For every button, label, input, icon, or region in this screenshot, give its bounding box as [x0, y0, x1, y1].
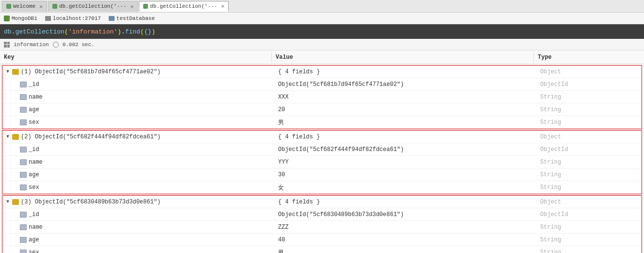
record-1-value: { 4 fields } — [274, 67, 536, 76]
tab-welcome[interactable]: Welcome ✕ — [2, 1, 47, 12]
tab-icon — [6, 4, 11, 9]
field-age-label: age — [29, 171, 39, 178]
field-sex-value: 女 — [274, 183, 536, 193]
grid-icon — [4, 42, 10, 48]
object-icon — [12, 134, 19, 140]
record-3-field-age: age 40 String — [2, 234, 642, 246]
server-name: MongoDB1 — [12, 16, 37, 21]
record-3-type: Object — [536, 198, 642, 206]
field-icon — [20, 250, 27, 253]
field-sex-type: String — [536, 248, 642, 253]
field-icon — [20, 82, 27, 87]
field-id-type: ObjectId — [536, 145, 642, 154]
record-3-header[interactable]: ▼ (3) ObjectId("5cf6830489b63b73d3d0e861… — [2, 196, 642, 208]
field-id-value: ObjectId("5cf682f444f94df82fdcea61") — [274, 145, 536, 154]
tab-close-welcome[interactable]: ✕ — [37, 3, 43, 10]
field-icon — [20, 172, 27, 178]
field-name-type: String — [536, 223, 642, 232]
field-icon — [20, 237, 27, 243]
field-name-label: name — [29, 224, 43, 231]
tab-label: db.getCollection('··· — [150, 3, 217, 9]
field-id-label: _id — [29, 211, 39, 218]
field-id-value: ObjectId("5cf6830489b63b73d3d0e861") — [274, 210, 536, 219]
record-2-value: { 4 fields } — [274, 133, 536, 141]
record-1-key: ▼ (1) ObjectId("5cf681b7d94f65cf4771ae02… — [2, 67, 274, 76]
record-2: ▼ (2) ObjectId("5cf682f444f94df82fdcea61… — [2, 130, 642, 194]
tab-collection2[interactable]: db.getCollection('··· ✕ — [139, 1, 229, 12]
tab-close-collection1[interactable]: ✕ — [128, 3, 133, 10]
col-value: Value — [272, 52, 534, 63]
field-sex-type: String — [536, 118, 642, 127]
col-key: Key — [0, 52, 272, 63]
field-sex-key: sex — [2, 183, 274, 192]
field-age-value: 30 — [274, 170, 536, 179]
results-bar: information 0.002 sec. — [0, 39, 644, 51]
query-text: db.getCollection('information').find({}) — [4, 28, 155, 35]
field-age-label: age — [29, 106, 39, 113]
record-2-header[interactable]: ▼ (2) ObjectId("5cf682f444f94df82fdcea61… — [2, 131, 642, 143]
field-sex-label: sex — [29, 249, 39, 253]
field-icon — [20, 185, 27, 190]
database-name: testDatabase — [116, 16, 155, 21]
record-2-field-sex: sex 女 String — [2, 181, 642, 194]
field-name-label: name — [29, 94, 43, 101]
field-icon — [20, 107, 27, 113]
object-icon — [12, 69, 19, 75]
record-2-type: Object — [536, 133, 642, 141]
field-age-key: age — [2, 236, 274, 244]
record-2-field-name: name YYY String — [2, 156, 642, 169]
database-icon — [109, 16, 115, 21]
connection-server: MongoDB1 — [4, 16, 37, 21]
field-age-key: age — [2, 105, 274, 114]
query-time: 0.002 sec. — [63, 42, 95, 48]
field-name-value: YYY — [274, 158, 536, 167]
record-3-field-name: name ZZZ String — [2, 221, 642, 234]
field-icon — [20, 119, 27, 125]
record-1-header[interactable]: ▼ (1) ObjectId("5cf681b7d94f65cf4771ae02… — [2, 66, 642, 78]
field-id-type: ObjectId — [536, 80, 642, 89]
record-3-field-sex: sex 男 String — [2, 246, 642, 253]
field-age-value: 20 — [274, 105, 536, 114]
tab-icon — [143, 4, 148, 9]
chevron-icon: ▼ — [6, 134, 9, 139]
field-id-key: _id — [2, 145, 274, 154]
field-icon — [20, 94, 27, 100]
field-id-label: _id — [29, 81, 39, 88]
mongo-icon — [4, 16, 10, 21]
record-2-label: (2) ObjectId("5cf682f444f94df82fdcea61") — [21, 134, 161, 140]
connection-database: testDatabase — [109, 16, 155, 21]
field-name-value: ZZZ — [274, 223, 536, 232]
tab-close-collection2[interactable]: ✕ — [219, 3, 225, 9]
field-id-value: ObjectId("5cf681b7d94f65cf4771ae02") — [274, 80, 536, 89]
record-1-field-name: name XXX String — [2, 91, 642, 103]
connection-bar: MongoDB1 localhost:27017 testDatabase — [0, 13, 644, 24]
record-1-field-sex: sex 男 String — [2, 116, 642, 129]
server-icon — [45, 16, 51, 21]
field-name-type: String — [536, 158, 642, 167]
field-icon — [20, 159, 27, 165]
col-type: Type — [534, 52, 644, 63]
field-name-key: name — [2, 158, 274, 167]
collection-name: information — [14, 42, 49, 48]
record-1-field-age: age 20 String — [2, 103, 642, 116]
record-3-label: (3) ObjectId("5cf6830489b63b73d3d0e861") — [21, 199, 161, 205]
chevron-icon: ▼ — [6, 69, 9, 74]
field-name-type: String — [536, 93, 642, 101]
tab-collection1[interactable]: db.getCollection('··· ✕ — [48, 1, 138, 12]
field-icon — [20, 212, 27, 218]
field-age-value: 40 — [274, 236, 536, 244]
field-icon — [20, 147, 27, 152]
record-2-field-age: age 30 String — [2, 169, 642, 181]
tab-label: db.getCollection('··· — [59, 3, 127, 9]
query-bar[interactable]: db.getCollection('information').find({}) — [0, 24, 644, 39]
record-1-label: (1) ObjectId("5cf681b7d94f65cf4771ae02") — [21, 68, 161, 75]
field-icon — [20, 224, 27, 230]
field-sex-key: sex — [2, 118, 274, 127]
record-2-field-id: _id ObjectId("5cf682f444f94df82fdcea61")… — [2, 143, 642, 156]
record-1: ▼ (1) ObjectId("5cf681b7d94f65cf4771ae02… — [2, 65, 642, 129]
record-3-value: { 4 fields } — [274, 198, 536, 206]
clock-icon — [53, 42, 59, 48]
record-3-field-id: _id ObjectId("5cf6830489b63b73d3d0e861")… — [2, 208, 642, 221]
field-age-type: String — [536, 170, 642, 179]
chevron-icon: ▼ — [6, 199, 9, 204]
